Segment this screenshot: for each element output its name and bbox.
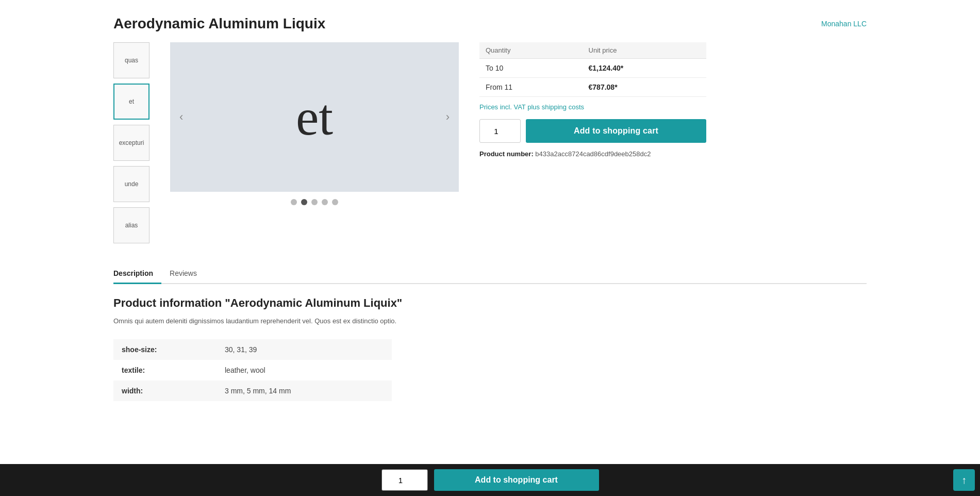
spec-value-1: leather, wool xyxy=(217,360,392,381)
carousel-dot-1[interactable] xyxy=(291,199,297,205)
carousel-dot-3[interactable] xyxy=(311,199,318,205)
vat-note[interactable]: Prices incl. VAT plus shipping costs xyxy=(479,103,706,111)
main-product-image: ‹ et › xyxy=(170,42,459,192)
tab-reviews[interactable]: Reviews xyxy=(170,264,205,284)
thumbnail-3[interactable]: unde xyxy=(113,166,150,202)
tab-description[interactable]: Description xyxy=(113,264,161,284)
spec-label-2: width: xyxy=(113,381,217,401)
spec-label-0: shoe-size: xyxy=(113,339,217,360)
tabs-section: DescriptionReviews Product information "… xyxy=(0,243,980,401)
product-description: Omnis qui autem deleniti dignissimos lau… xyxy=(113,316,867,327)
company-link[interactable]: Monahan LLC xyxy=(821,20,867,28)
carousel-dots xyxy=(170,199,459,205)
thumbnail-0[interactable]: quas xyxy=(113,42,150,78)
carousel-dot-4[interactable] xyxy=(322,199,328,205)
add-to-cart-button[interactable]: Add to shopping cart xyxy=(526,119,706,143)
quantity-header: Quantity xyxy=(479,42,583,59)
quantity-input[interactable] xyxy=(479,119,521,143)
product-number: Product number: b433a2acc8724cad86cdf9de… xyxy=(479,150,706,158)
spec-value-2: 3 mm, 5 mm, 14 mm xyxy=(217,381,392,401)
spec-value-0: 30, 31, 39 xyxy=(217,339,392,360)
thumbnail-4[interactable]: alias xyxy=(113,207,150,243)
price-row-price-1: €787.08* xyxy=(583,78,706,97)
pricing-panel: Quantity Unit price To 10€1,124.40*From … xyxy=(479,42,706,243)
unit-price-header: Unit price xyxy=(583,42,706,59)
spec-label-1: textile: xyxy=(113,360,217,381)
price-row-price-0: €1,124.40* xyxy=(583,59,706,78)
product-image-area: ‹ et › xyxy=(170,42,459,243)
next-image-button[interactable]: › xyxy=(441,105,455,129)
carousel-dot-2[interactable] xyxy=(301,199,307,205)
specs-table: shoe-size:30, 31, 39textile:leather, woo… xyxy=(113,339,392,401)
price-row-qty-1: From 11 xyxy=(479,78,583,97)
main-image-text: et xyxy=(296,88,333,147)
thumbnail-list: quasetexcepturiundealias xyxy=(113,42,150,243)
thumbnail-2[interactable]: excepturi xyxy=(113,125,150,161)
thumbnail-1[interactable]: et xyxy=(113,84,150,120)
price-row-qty-0: To 10 xyxy=(479,59,583,78)
price-table: Quantity Unit price To 10€1,124.40*From … xyxy=(479,42,706,97)
page-title: Aerodynamic Aluminum Liquix xyxy=(113,15,325,32)
prev-image-button[interactable]: ‹ xyxy=(174,105,188,129)
carousel-dot-5[interactable] xyxy=(332,199,338,205)
product-number-label: Product number: xyxy=(479,150,534,158)
product-tabs: DescriptionReviews xyxy=(113,264,867,284)
add-to-cart-row: Add to shopping cart xyxy=(479,119,706,143)
product-info-title: Product information "Aerodynamic Aluminu… xyxy=(113,296,867,310)
product-number-value: b433a2acc8724cad86cdf9deeb258dc2 xyxy=(535,150,651,158)
